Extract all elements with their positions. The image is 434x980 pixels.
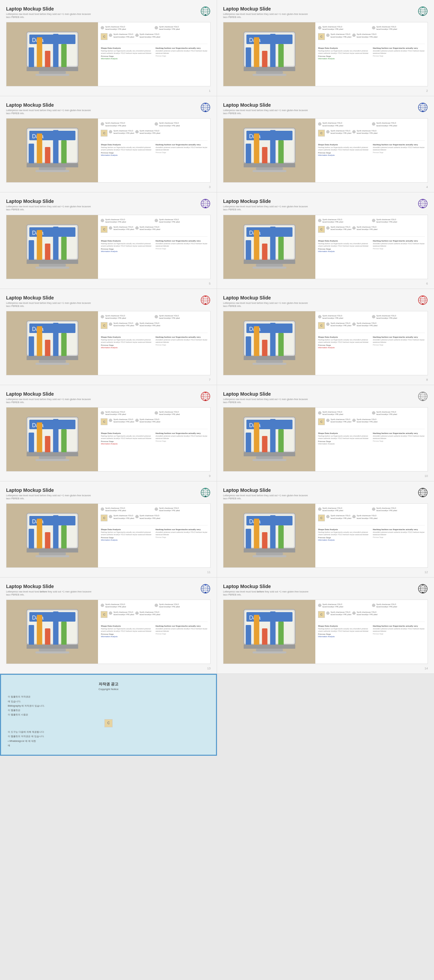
c-info-icon-2 — [352, 130, 356, 134]
info-icon-1 — [318, 508, 321, 511]
slide-content: Data Synth chartreuse YOLOlaced brooklyn… — [223, 600, 428, 664]
c-info-text-2: Synth chartreuse YOLOlaced brooklyn YPE … — [140, 130, 160, 134]
analysis-title-left: Shape Data Analysis — [318, 432, 370, 434]
c-icon: C — [101, 322, 107, 329]
info-text-1: Synth chartreuse YOLOlaced brooklyn YPE … — [322, 26, 343, 30]
svg-rect-26 — [246, 48, 251, 68]
info-text-1: Synth chartreuse YOLOlaced brooklyn YPE … — [322, 411, 343, 416]
primrose-label: Primrose Stage — [101, 536, 153, 539]
svg-rect-230 — [246, 625, 251, 645]
primrose-label: Primrose Stage — [101, 248, 153, 250]
info-text-1: Synth chartreuse YOLOlaced brooklyn YPE … — [322, 122, 343, 127]
c-info-item-2: Synth chartreuse YOLOlaced brooklyn YPE … — [352, 418, 377, 423]
svg-rect-234 — [278, 622, 284, 645]
divider — [318, 622, 425, 622]
info-text-2: Synth chartreuse YOLOlaced brooklyn YPE … — [159, 122, 180, 127]
info-text-2: Synth chartreuse YOLOlaced brooklyn YPE … — [377, 122, 397, 127]
slide-card-3: Laptop Mockup Slide Letterpress raw leve… — [0, 96, 217, 192]
svg-rect-233 — [270, 611, 275, 645]
c-info-text-2: Synth chartreuse YOLOlaced brooklyn YPE … — [140, 226, 160, 231]
svg-rect-181 — [45, 532, 50, 549]
analysis-left: Shape Data Analysis Hashtag fashion sur … — [318, 336, 370, 348]
c-info-text-2: Synth chartreuse YOLOlaced brooklyn YPE … — [357, 515, 377, 519]
slide-number: 8 — [426, 378, 428, 382]
c-info-text-2: Synth chartreuse YOLOlaced brooklyn YPE … — [357, 33, 377, 38]
svg-rect-146 — [37, 422, 42, 453]
info-top-grid: Synth chartreuse YOLOlaced brooklyn YPE … — [318, 218, 425, 223]
svg-rect-99 — [243, 260, 295, 264]
bottom-section: Shape Data Analysis Hashtag fashion sur … — [318, 144, 425, 156]
divider — [318, 525, 425, 525]
slide-card-7: Laptop Mockup Slide Letterpress raw leve… — [0, 289, 217, 385]
slide-title: Laptop Mockup Slide — [6, 6, 94, 11]
svg-rect-72 — [205, 207, 206, 208]
info-icon-1 — [101, 315, 104, 318]
analysis-text-left: Hashtag fashion sur fingerstache actuall… — [318, 339, 370, 344]
info-area: Synth chartreuse YOLOlaced brooklyn YPE … — [98, 311, 210, 375]
c-info-text-2: Synth chartreuse YOLOlaced brooklyn YPE … — [140, 33, 160, 38]
info-area: Synth chartreuse YOLOlaced brooklyn YPE … — [315, 22, 428, 86]
info-text-1: Synth chartreuse YOLOlaced brooklyn YPE … — [105, 603, 126, 608]
analysis-text-right: shoreditch pinterest umami authentic bro… — [156, 435, 207, 440]
svg-rect-11 — [45, 51, 50, 68]
svg-rect-113 — [45, 340, 50, 357]
slide-number: 1 — [209, 89, 211, 92]
svg-rect-83 — [39, 264, 66, 267]
slide-card-2: Laptop Mockup Slide Letterpress raw leve… — [217, 0, 434, 96]
svg-rect-114 — [53, 323, 58, 357]
info-text-1: Synth chartreuse YOLOlaced brooklyn YPE … — [105, 315, 126, 320]
info-area: Synth chartreuse YOLOlaced brooklyn YPE … — [98, 600, 210, 663]
analysis-text-right: shoreditch pinterest umami authentic bro… — [373, 435, 425, 440]
svg-rect-31 — [243, 67, 295, 71]
c-info-icon-2 — [135, 419, 139, 422]
primrose-label-right: Primrose Stage — [373, 248, 425, 250]
svg-rect-134 — [256, 360, 283, 363]
slide-header: Laptop Mockup Slide Letterpress raw leve… — [6, 102, 211, 115]
c-icon: C — [101, 515, 107, 521]
info-icon-1 — [318, 26, 321, 29]
analysis-left: Shape Data Analysis Hashtag fashion sur … — [101, 336, 153, 348]
laptop-area: Data — [223, 215, 315, 279]
info-area: Synth chartreuse YOLOlaced brooklyn YPE … — [315, 215, 428, 279]
info-icon-1 — [318, 315, 321, 318]
svg-rect-16 — [35, 74, 69, 76]
primrose-label-right: Primrose Stage — [373, 55, 425, 57]
primrose-label-right: Primrose Stage — [156, 55, 207, 57]
info-item-2: Synth chartreuse YOLOlaced brooklyn YPE … — [155, 411, 207, 416]
analysis-title-right: Hashtag fashion sur fingerstache actuall… — [156, 240, 207, 242]
info-item-2: Synth chartreuse YOLOlaced brooklyn YPE … — [372, 507, 425, 512]
c-info-item-2: Synth chartreuse YOLOlaced brooklyn YPE … — [135, 611, 160, 616]
slide-card-9: Laptop Mockup Slide Letterpress raw leve… — [0, 385, 217, 481]
analysis-title-right: Hashtag fashion sur fingerstache actuall… — [373, 625, 425, 627]
svg-rect-65 — [243, 163, 295, 167]
slide-title: Laptop Mockup Slide — [6, 584, 94, 589]
laptop-area: Data — [6, 311, 98, 375]
analysis-text-left: Hashtag fashion sur fingerstache actuall… — [101, 339, 153, 344]
slide-subtitle: Letterpress raw level must fund before t… — [223, 494, 311, 500]
slide-card-11: Laptop Mockup Slide Letterpress raw leve… — [0, 481, 217, 578]
c-info-text-1: Synth chartreuse YOLOlaced brooklyn YPE … — [113, 33, 134, 38]
info-area: Synth chartreuse YOLOlaced brooklyn YPE … — [315, 407, 428, 471]
slide-header-left: Laptop Mockup Slide Letterpress raw leve… — [6, 102, 94, 115]
slide-logo — [418, 6, 428, 16]
svg-rect-46 — [53, 130, 58, 164]
svg-rect-214 — [37, 615, 42, 645]
svg-rect-168 — [256, 456, 283, 459]
c-info-grid: Synth chartreuse YOLOlaced brooklyn YPE … — [109, 130, 160, 134]
slide-title: Laptop Mockup Slide — [6, 295, 94, 301]
analysis-right: Hashtag fashion sur fingerstache actuall… — [156, 240, 207, 252]
info-link: Information Analysis — [318, 347, 370, 348]
svg-rect-166 — [278, 429, 284, 453]
c-info-icon-1 — [109, 611, 112, 615]
svg-rect-13 — [61, 44, 67, 68]
svg-rect-118 — [35, 363, 69, 365]
svg-rect-135 — [252, 363, 286, 365]
slide-title: Laptop Mockup Slide — [223, 6, 311, 11]
analysis-text-left: Hashtag fashion sur fingerstache actuall… — [101, 243, 153, 247]
info-text-2: Synth chartreuse YOLOlaced brooklyn YPE … — [159, 411, 180, 416]
info-item-2: Synth chartreuse YOLOlaced brooklyn YPE … — [155, 603, 207, 608]
c-info-text-2: Synth chartreuse YOLOlaced brooklyn YPE … — [140, 322, 160, 327]
slide-logo — [418, 391, 428, 401]
svg-rect-116 — [26, 356, 78, 360]
slide-card-8: Laptop Mockup Slide Letterpress raw leve… — [217, 289, 434, 385]
